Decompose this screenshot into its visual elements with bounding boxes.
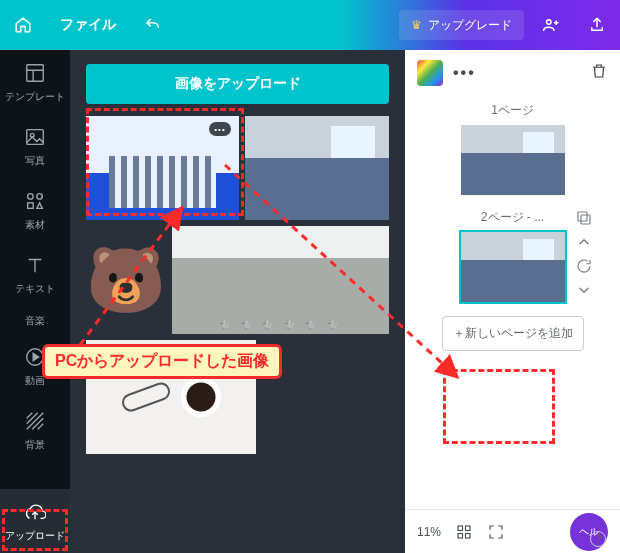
publish-button[interactable] — [574, 0, 620, 50]
rail-upload[interactable]: アップロード — [0, 489, 70, 553]
page-1-label: 1ページ — [491, 102, 534, 119]
share-icon — [588, 16, 606, 34]
canvas-panel: ••• 1ページ 2ページ - ... ＋新しいページを追加 11% ヘル ? — [405, 50, 620, 553]
page-2-thumb[interactable] — [461, 232, 565, 302]
home-button[interactable] — [0, 0, 46, 50]
invite-button[interactable] — [528, 0, 574, 50]
svg-rect-6 — [28, 203, 34, 209]
rail-template[interactable]: テンプレート — [0, 50, 70, 114]
page-2[interactable]: 2ページ - ... — [461, 209, 565, 302]
rail-background-label: 背景 — [25, 438, 45, 452]
background-icon — [24, 410, 46, 432]
color-swatch[interactable] — [417, 60, 443, 86]
rail-upload-label: アップロード — [5, 529, 65, 543]
undo-icon — [144, 16, 162, 34]
svg-rect-2 — [27, 130, 44, 145]
page-1[interactable]: 1ページ — [461, 102, 565, 195]
left-rail: テンプレート 写真 素材 テキスト 音楽 動画 背景 アップロード — [0, 50, 70, 553]
upload-panel: 画像をアップロード ••• 🐻 — [70, 50, 405, 553]
delete-button[interactable] — [590, 62, 608, 84]
page-2-label: 2ページ - ... — [481, 209, 544, 226]
rail-element[interactable]: 素材 — [0, 178, 70, 242]
rail-audio[interactable]: 音楽 — [0, 306, 70, 334]
svg-rect-11 — [466, 526, 471, 531]
page-2-controls — [575, 209, 593, 299]
template-icon — [24, 62, 46, 84]
rail-text-label: テキスト — [15, 282, 55, 296]
svg-point-0 — [547, 20, 552, 25]
upload-icon — [24, 501, 46, 523]
page-list: 1ページ 2ページ - ... ＋新しいページを追加 — [405, 96, 620, 509]
rail-text[interactable]: テキスト — [0, 242, 70, 306]
duplicate-icon[interactable] — [575, 209, 593, 227]
upgrade-button[interactable]: ♛ アップグレード — [399, 10, 524, 40]
zoom-percent[interactable]: 11% — [417, 525, 441, 539]
app-header: ファイル ♛ アップグレード — [0, 0, 620, 50]
more-menu[interactable]: ••• — [453, 64, 476, 82]
svg-rect-10 — [458, 526, 463, 531]
fullscreen-icon[interactable] — [487, 523, 505, 541]
zoom-bar: 11% ヘル — [405, 509, 620, 553]
svg-rect-1 — [27, 65, 44, 82]
bear-icon: 🐻 — [86, 248, 166, 312]
svg-point-5 — [37, 194, 43, 200]
element-icon — [24, 190, 46, 212]
file-menu[interactable]: ファイル — [46, 0, 130, 50]
svg-rect-8 — [581, 215, 590, 224]
undo-button[interactable] — [130, 0, 176, 50]
text-icon — [24, 254, 46, 276]
svg-rect-13 — [466, 533, 471, 538]
thumb-more-button[interactable]: ••• — [209, 122, 231, 136]
upgrade-label: アップグレード — [428, 17, 512, 34]
question-badge[interactable]: ? — [590, 531, 606, 547]
photo-icon — [24, 126, 46, 148]
svg-point-4 — [28, 194, 34, 200]
chevron-up-icon[interactable] — [575, 233, 593, 251]
annotation-callout: PCからアップロードした画像 — [42, 344, 282, 379]
svg-rect-9 — [578, 212, 587, 221]
uploaded-thumb-2[interactable] — [245, 116, 389, 220]
rail-photo-label: 写真 — [25, 154, 45, 168]
chevron-down-icon[interactable] — [575, 281, 593, 299]
rail-template-label: テンプレート — [5, 90, 65, 104]
refresh-icon[interactable] — [575, 257, 593, 275]
add-user-icon — [542, 16, 560, 34]
uploaded-grid: ••• 🐻 — [86, 116, 389, 454]
grid-view-icon[interactable] — [455, 523, 473, 541]
uploaded-thumb-1[interactable]: ••• — [86, 116, 239, 220]
canvas-toolbar: ••• — [405, 50, 620, 96]
upload-image-button[interactable]: 画像をアップロード — [86, 64, 389, 104]
rail-background[interactable]: 背景 — [0, 398, 70, 462]
uploaded-thumb-4[interactable] — [172, 226, 389, 334]
add-page-button[interactable]: ＋新しいページを追加 — [442, 316, 584, 351]
rail-photo[interactable]: 写真 — [0, 114, 70, 178]
rail-audio-label: 音楽 — [25, 314, 45, 328]
rail-element-label: 素材 — [25, 218, 45, 232]
svg-rect-12 — [458, 533, 463, 538]
home-icon — [14, 16, 32, 34]
page-1-thumb[interactable] — [461, 125, 565, 195]
uploaded-thumb-3[interactable]: 🐻 — [86, 226, 166, 334]
trash-icon — [590, 62, 608, 80]
crown-icon: ♛ — [411, 18, 422, 32]
